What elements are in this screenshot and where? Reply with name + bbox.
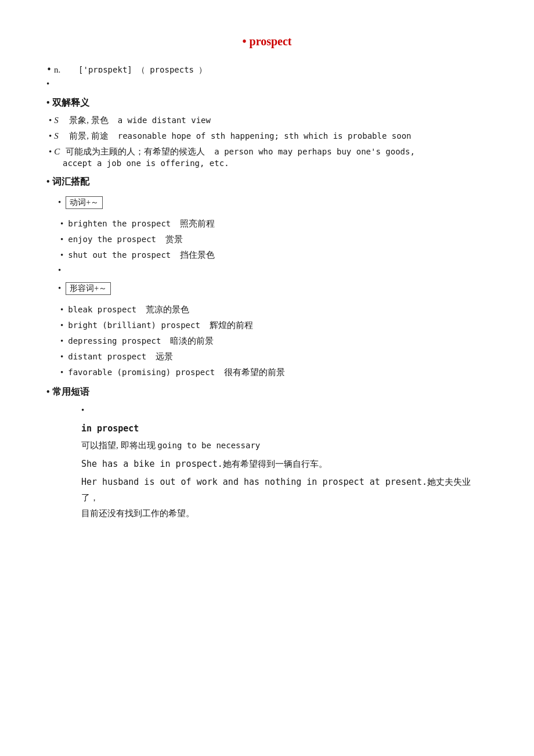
vc-english-3: shut out the prospect	[68, 250, 171, 260]
verb-plus-label: 动词+～	[66, 196, 103, 209]
vc-bullet-3: •	[60, 250, 63, 260]
phonetics-bullet: •	[46, 64, 52, 75]
vc-bullet-2: •	[60, 235, 63, 244]
adj-collocation-3: • depressing prospect 暗淡的前景	[58, 336, 488, 347]
phrase-example-2: Her husband is out of work and has nothi…	[81, 474, 488, 521]
ac-chinese-1: 荒凉的景色	[146, 304, 189, 315]
adj-collocation-4: • distant prospect 远景	[58, 351, 488, 362]
verb-bullet: •	[58, 197, 61, 207]
ac-english-2: bright (brilliant) prospect	[68, 321, 200, 330]
def-bullet-3: •	[49, 147, 52, 157]
ac-english-3: depressing prospect	[68, 336, 161, 345]
verb-subheading-line: • 动词+～	[58, 194, 488, 214]
phrase-ex-2-english: Her husband is out of work and has nothi…	[81, 477, 427, 487]
def-english-1: a wide distant view	[118, 116, 211, 125]
phrases-heading: 常用短语	[46, 386, 488, 398]
phrase-example-1: She has a bike in prospect.她有希望得到一辆自行车。	[81, 457, 488, 471]
def-bullet-1: •	[49, 116, 52, 125]
def-type-1: S	[54, 116, 63, 125]
phrase-def-english: going to be necessary	[157, 441, 260, 450]
adj-bullet: •	[58, 283, 61, 293]
ac-english-5: favorable (promising) prospect	[68, 368, 215, 377]
ac-english-4: distant prospect	[68, 352, 146, 361]
pos-label: n.	[54, 65, 71, 75]
ac-chinese-4: 远景	[156, 351, 173, 362]
ac-bullet-4: •	[60, 352, 63, 362]
definition-2: • S 前景, 前途 reasonable hope of sth happen…	[46, 131, 488, 142]
adj-collocation-5: • favorable (promising) prospect 很有希望的前景	[58, 367, 488, 378]
adj-collocation-1: • bleak prospect 荒凉的景色	[58, 304, 488, 315]
def-type-2: S	[54, 131, 63, 141]
adj-collocation-2: • bright (brilliant) prospect 辉煌的前程	[58, 320, 488, 331]
collocation-heading: 词汇搭配	[46, 176, 488, 188]
def-3-first-line: • C 可能成为主顾的人；有希望的候选人 a person who may pe…	[49, 146, 488, 157]
definition-3: • C 可能成为主顾的人；有希望的候选人 a person who may pe…	[46, 146, 488, 168]
collocation-section: • 动词+～ • brighten the prospect 照亮前程 • en…	[58, 194, 488, 378]
vc-english-2: enjoy the prospect	[68, 235, 156, 244]
def-type-3: C	[54, 147, 60, 157]
ac-bullet-2: •	[60, 321, 63, 330]
vc-chinese-3: 挡住景色	[180, 250, 215, 261]
ac-chinese-5: 很有希望的前景	[224, 367, 285, 378]
definition-1: • S 景象, 景色 a wide distant view	[46, 115, 488, 126]
ac-bullet-1: •	[60, 305, 63, 315]
def-3-second-line: accept a job one is offering, etc.	[49, 159, 488, 168]
def-chinese-3: 可能成为主顾的人；有希望的候选人	[66, 146, 205, 157]
vc-chinese-1: 照亮前程	[180, 218, 215, 229]
verb-collocation-3: • shut out the prospect 挡住景色	[58, 250, 488, 261]
ac-bullet-5: •	[60, 368, 63, 377]
ac-chinese-2: 辉煌的前程	[210, 320, 253, 331]
vc-bullet-1: •	[60, 219, 63, 229]
verb-collocation-2: • enjoy the prospect 赏景	[58, 234, 488, 245]
pronunciation: ['prɒspekt]	[78, 65, 132, 74]
vc-english-1: brighten the prospect	[68, 219, 171, 228]
def-bullet-2: •	[49, 131, 52, 141]
def-english-2: reasonable hope of sth happening; sth wh…	[118, 131, 412, 141]
ac-bullet-3: •	[60, 336, 63, 346]
adj-subheading-line: • 形容词+～	[58, 280, 488, 300]
phrase-empty-bullet: •	[81, 405, 488, 415]
def-english-3a: a person who may perhaps buy one's goods…	[214, 147, 415, 156]
word-entry: prospect • n. ['prɒspekt] （ prospects ） …	[46, 35, 488, 521]
empty-line-1: •	[46, 79, 488, 89]
phrase-block: • in prospect 可以指望, 即将出现 going to be nec…	[81, 405, 488, 521]
phrase-definition: 可以指望, 即将出现 going to be necessary	[81, 438, 488, 452]
vc-chinese-2: 赏景	[165, 234, 183, 245]
adj-plus-label: 形容词+～	[66, 282, 111, 295]
def-chinese-2: 前景, 前途	[69, 131, 109, 142]
def-chinese-1: 景象, 景色	[69, 115, 109, 126]
phonetics-line: • n. ['prɒspekt] （ prospects ）	[46, 64, 488, 75]
verb-collocation-1: • brighten the prospect 照亮前程	[58, 218, 488, 229]
empty-collocation-bullet: •	[58, 265, 488, 275]
plural-form: （ prospects ）	[137, 65, 207, 75]
page-title: prospect	[46, 35, 488, 48]
ac-chinese-3: 暗淡的前景	[170, 336, 214, 347]
dual-meaning-heading: 双解释义	[46, 97, 488, 109]
phrase-title: in prospect	[81, 423, 488, 434]
ac-english-1: bleak prospect	[68, 305, 136, 314]
phrase-ex-1-english: She has a bike in prospect.	[81, 459, 223, 469]
